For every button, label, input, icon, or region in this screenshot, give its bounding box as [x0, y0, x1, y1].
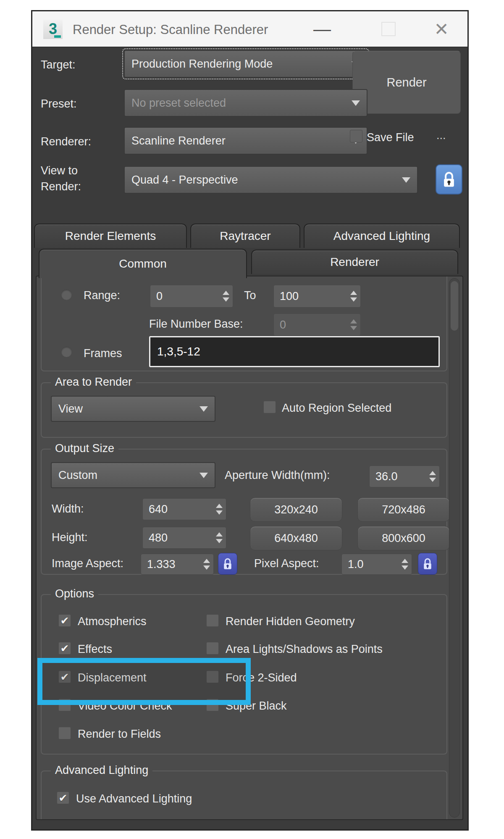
- render-hidden-geometry-label[interactable]: Render Hidden Geometry: [226, 615, 355, 628]
- range-to-value: 100: [280, 290, 350, 303]
- pixel-aspect-spinner[interactable]: 1.0: [341, 554, 412, 575]
- time-output-group: Range: 0 To 100 File Number Base: 0 Fram…: [41, 276, 447, 371]
- render-to-fields-checkbox[interactable]: [58, 727, 71, 739]
- image-aspect-label: Image Aspect:: [52, 557, 123, 570]
- area-lights-as-points-checkbox[interactable]: [206, 642, 219, 655]
- width-value: 640: [149, 503, 216, 516]
- dropdown-arrow-icon: [200, 406, 208, 412]
- tab-advanced-lighting[interactable]: Advanced Lighting: [304, 224, 460, 248]
- image-aspect-value: 1.333: [147, 558, 203, 571]
- width-label: Width:: [52, 502, 84, 515]
- area-to-render-value: View: [58, 402, 200, 416]
- tab-renderer[interactable]: Renderer: [251, 250, 458, 274]
- target-dropdown[interactable]: Production Rendering Mode: [124, 50, 368, 78]
- range-radio[interactable]: [61, 289, 72, 300]
- frames-input[interactable]: 1,3,5-12: [149, 336, 440, 367]
- tab-render-elements[interactable]: Render Elements: [34, 224, 187, 248]
- save-file-checkbox[interactable]: [350, 130, 362, 142]
- resolution-button-640x480[interactable]: 640x480: [250, 526, 342, 550]
- pixel-aspect-label: Pixel Aspect:: [254, 557, 319, 570]
- atmospherics-label[interactable]: Atmospherics: [78, 615, 147, 628]
- lock-icon: [441, 170, 457, 189]
- viewport-lock-button[interactable]: [436, 164, 462, 195]
- area-to-render-dropdown[interactable]: View: [51, 396, 215, 422]
- preset-dropdown[interactable]: No preset selected: [124, 89, 368, 117]
- dropdown-arrow-icon: [402, 177, 410, 183]
- height-label: Height:: [52, 531, 88, 544]
- view-to-render-label: View to Render:: [41, 163, 81, 195]
- spinner-up-down-icon[interactable]: [429, 471, 436, 482]
- displacement-highlight-annotation: [37, 658, 251, 705]
- view-to-render-value: Quad 4 - Perspective: [131, 174, 402, 187]
- spinner-up-down-icon[interactable]: [203, 559, 210, 570]
- aperture-width-spinner[interactable]: 36.0: [369, 466, 440, 487]
- preset-label: Preset:: [41, 97, 77, 110]
- resolution-button-320x240[interactable]: 320x240: [250, 497, 342, 522]
- common-panel: Range: 0 To 100 File Number Base: 0 Fram…: [36, 276, 463, 820]
- render-setup-window: 3 Render Setup: Scanline Renderer — ✕ Ta…: [31, 10, 469, 831]
- preset-value: No preset selected: [131, 97, 352, 110]
- height-value: 480: [149, 531, 216, 544]
- file-number-base-label: File Number Base:: [149, 318, 243, 331]
- height-spinner[interactable]: 480: [142, 527, 226, 549]
- resolution-button-720x486[interactable]: 720x486: [357, 497, 450, 522]
- lock-icon: [422, 557, 433, 571]
- range-to-spinner[interactable]: 100: [273, 285, 361, 308]
- image-aspect-lock-button[interactable]: [218, 553, 237, 575]
- save-file-browse-button[interactable]: ...: [436, 129, 446, 142]
- pixel-aspect-lock-button[interactable]: [418, 553, 437, 575]
- advanced-lighting-title: Advanced Lighting: [51, 764, 152, 777]
- range-from-value: 0: [156, 290, 223, 303]
- output-size-preset-dropdown[interactable]: Custom: [51, 462, 215, 488]
- 3dsmax-app-icon: 3: [43, 20, 63, 39]
- view-to-render-dropdown[interactable]: Quad 4 - Perspective: [124, 166, 418, 194]
- width-spinner[interactable]: 640: [142, 498, 226, 520]
- auto-region-checkbox[interactable]: [263, 401, 276, 413]
- output-size-title: Output Size: [51, 442, 118, 455]
- render-button[interactable]: Render: [352, 51, 461, 114]
- 3dsmax-icon-underscore: [54, 35, 61, 38]
- lock-icon: [222, 557, 234, 571]
- frames-label[interactable]: Frames: [84, 347, 122, 360]
- renderer-dropdown[interactable]: Scanline Renderer: [124, 127, 368, 155]
- area-lights-as-points-label[interactable]: Area Lights/Shadows as Points: [226, 643, 383, 656]
- aperture-width-value: 36.0: [375, 470, 429, 483]
- maximize-icon: [381, 22, 396, 36]
- advanced-lighting-group: Advanced Lighting ✔ Use Advanced Lightin…: [41, 771, 447, 820]
- render-hidden-geometry-checkbox[interactable]: [206, 614, 219, 627]
- area-to-render-group: Area to Render View Auto Region Selected: [41, 382, 447, 438]
- range-from-spinner[interactable]: 0: [150, 285, 233, 308]
- use-advanced-lighting-checkbox[interactable]: ✔: [57, 792, 69, 804]
- spinner-up-down-icon[interactable]: [216, 504, 223, 515]
- panel-scrollbar-thumb[interactable]: [451, 281, 458, 331]
- renderer-label: Renderer:: [41, 135, 91, 148]
- spinner-up-down-icon[interactable]: [223, 291, 229, 302]
- minimize-button[interactable]: —: [304, 11, 340, 47]
- range-label[interactable]: Range:: [84, 289, 120, 302]
- options-group: Options ✔ Atmospherics Render Hidden Geo…: [41, 594, 447, 755]
- close-button[interactable]: ✕: [422, 11, 461, 47]
- spinner-up-down-icon[interactable]: [216, 532, 223, 543]
- save-file-label[interactable]: Save File: [367, 131, 414, 144]
- effects-checkbox[interactable]: ✔: [58, 642, 71, 655]
- options-title: Options: [51, 587, 98, 600]
- tab-common[interactable]: Common: [39, 249, 247, 278]
- effects-label[interactable]: Effects: [78, 643, 112, 656]
- resolution-button-800x600[interactable]: 800x600: [357, 526, 450, 550]
- pixel-aspect-value: 1.0: [348, 558, 402, 571]
- panel-scrollbar[interactable]: [449, 278, 460, 818]
- auto-region-label[interactable]: Auto Region Selected: [282, 402, 391, 415]
- file-number-base-value: 0: [280, 318, 350, 331]
- spinner-up-down-icon[interactable]: [402, 559, 408, 570]
- spinner-up-down-icon[interactable]: [350, 291, 357, 302]
- range-to-label: To: [244, 289, 256, 302]
- window-title: Render Setup: Scanline Renderer: [73, 22, 268, 37]
- output-size-group: Output Size Custom Aperture Width(mm): 3…: [41, 449, 447, 575]
- render-to-fields-label[interactable]: Render to Fields: [78, 728, 161, 741]
- image-aspect-spinner[interactable]: 1.333: [141, 554, 214, 575]
- atmospherics-checkbox[interactable]: ✔: [58, 614, 71, 627]
- maximize-button[interactable]: [371, 11, 406, 47]
- frames-radio[interactable]: [61, 346, 72, 358]
- use-advanced-lighting-label[interactable]: Use Advanced Lighting: [76, 792, 192, 805]
- tab-raytracer[interactable]: Raytracer: [190, 224, 300, 248]
